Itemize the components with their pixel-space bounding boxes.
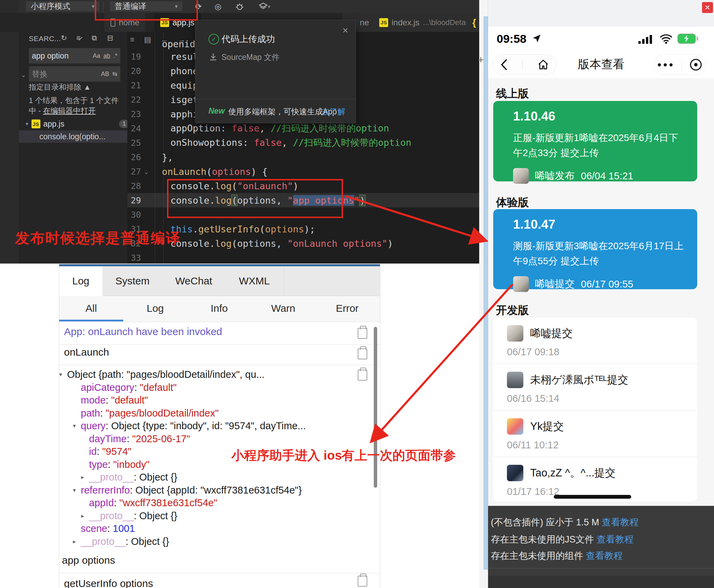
copy-icon[interactable] <box>358 348 367 359</box>
compile-config-icon[interactable]: ▾ <box>256 2 273 11</box>
code-line-33[interactable]: 33 <box>127 251 479 264</box>
annotation-compile-note: 发布时候选择是普通编译 <box>15 229 181 248</box>
learn-more-link[interactable]: 去了解 <box>322 106 345 117</box>
footer-hint-line: (不包含插件) 应小于 1.5 M 查看教程 <box>491 516 639 528</box>
code-line-25[interactable]: 25onShowoptions: false, //扫码进入时候带的option <box>127 136 479 150</box>
dev-submit-time: 06/16 15:14 <box>507 393 697 404</box>
tree-colon: : <box>127 433 132 445</box>
dev-list-item[interactable]: 唏嘘提交06/17 09:18 <box>493 318 697 363</box>
replace-input[interactable]: 替换 AB ⇆ <box>29 66 120 82</box>
plus-icon[interactable]: + <box>478 54 484 66</box>
search-panel-title: SEARC... <box>29 35 61 43</box>
sourcemap-link[interactable]: SourceMap 文件 <box>221 52 280 63</box>
object-tree-row[interactable]: ▸__proto__: Object {} <box>73 535 374 548</box>
tree-key: appId <box>89 497 114 509</box>
tree-value: "9574" <box>102 446 131 457</box>
wifi-icon <box>659 34 673 44</box>
clear-results-icon[interactable]: ≡̷ <box>76 34 80 42</box>
tree-colon: : <box>100 408 105 419</box>
object-tree-row[interactable]: dayTime: "2025-06-17" <box>81 433 374 446</box>
more-menu-icon[interactable] <box>658 63 673 66</box>
line-number: 19 <box>127 52 141 62</box>
console-filter-info[interactable]: Info <box>187 296 251 321</box>
trial-version-desc: 测服-新版更新3唏嘘在2025年6月17日上午9点55分 提交上传 <box>513 239 687 269</box>
new-feature-text: 使用多端框架，可快速生成App <box>228 106 337 117</box>
object-tree-row[interactable]: apiCategory: "default" <box>73 381 374 394</box>
online-version-card[interactable]: 1.10.46 正服-新版更新1唏嘘在2025年6月4日下午2点33分 提交上传… <box>493 101 697 181</box>
object-tree-row[interactable]: ▾referrerInfo: Object {appId: "wxcff7381… <box>73 484 374 497</box>
close-icon[interactable]: × <box>343 25 348 36</box>
footer-hint-line: 存在主包未使用的JS文件 查看教程 <box>491 533 634 546</box>
dirs-exclude-toggle[interactable]: 指定目录和排除 ▲ <box>29 82 91 92</box>
code-token: onLaunch <box>162 166 206 177</box>
toggle-replace-icon[interactable]: ⌄ <box>21 71 26 79</box>
result-summary-line2: 中 - 在编辑器中打开 <box>29 106 96 116</box>
expand-arrow-icon[interactable]: ▾ <box>73 422 81 430</box>
object-tree-row[interactable]: scene: 1001 <box>73 522 374 535</box>
expand-arrow-icon[interactable]: ▸ <box>73 538 81 545</box>
replace-all-icon[interactable]: ⇆ <box>112 70 117 78</box>
mode-dropdown[interactable]: 小程序模式 ▾ <box>26 1 99 11</box>
code-token: //扫码进入时候带的option <box>293 137 411 148</box>
tree-key: query <box>81 420 106 432</box>
expand-arrow-icon[interactable]: ▾ <box>73 487 81 494</box>
preview-eye-icon[interactable]: ◎ <box>212 2 224 11</box>
console-filter-warn[interactable]: Warn <box>251 296 315 321</box>
open-in-editor-link[interactable]: 在编辑器中打开 <box>43 106 96 115</box>
close-window-icon[interactable]: ✕ <box>702 2 713 13</box>
object-tree-row[interactable]: path: "pages/bloodDetail/index" <box>73 407 374 420</box>
copy-icon[interactable] <box>358 576 367 587</box>
console-tab-system[interactable]: System <box>102 266 163 296</box>
console-tab-wxml[interactable]: WXML <box>225 266 284 296</box>
code-line-26[interactable]: 26}, <box>127 150 479 164</box>
console-tab-log[interactable]: Log <box>59 266 103 296</box>
copy-icon[interactable] <box>358 328 367 339</box>
download-icon <box>209 53 217 61</box>
capsule-divider <box>681 60 681 70</box>
tab-indexjs[interactable]: JS index.js ...\bloodDetail <box>373 13 475 32</box>
dev-list-item[interactable]: 未栩ゲ溗風ボᵀᴱᴸ提交06/16 15:14 <box>493 364 697 410</box>
object-tree-row[interactable]: appId: "wxcff7381e631cf54e" <box>81 497 374 510</box>
console-filter-log[interactable]: Log <box>123 296 187 321</box>
open-in-editor-icon[interactable]: ⧉ <box>92 34 97 42</box>
object-tree-row[interactable]: ▾query: Object {type: "inbody", id: "957… <box>73 420 374 433</box>
code-token: " <box>354 195 360 206</box>
regex-icon[interactable]: .* <box>113 52 117 60</box>
preserve-case-icon[interactable]: AB <box>101 71 109 78</box>
record-close-icon[interactable] <box>690 59 702 71</box>
tree-key: __proto__ <box>89 510 134 522</box>
collapse-all-icon[interactable]: ⊟ <box>107 34 113 42</box>
bookmark-icon[interactable]: ▤ <box>144 35 151 44</box>
search-result-file[interactable]: ▾ JS app.js 1 <box>19 118 134 130</box>
log-entry-onlaunch: onLaunch <box>64 346 109 358</box>
expand-arrow-icon[interactable]: ▸ <box>81 512 89 520</box>
code-line-27[interactable]: 27⌄onLaunch(options) { <box>127 164 479 179</box>
dev-list-item[interactable]: Yk提交06/11 10:12 <box>493 411 697 457</box>
expand-arrow-icon[interactable]: ▸ <box>81 474 89 481</box>
trial-version-card[interactable]: 1.10.47 测服-新版更新3唏嘘在2025年6月17日上午9点55分 提交上… <box>493 209 697 289</box>
match-case-icon[interactable]: Aa <box>93 52 100 60</box>
refresh-search-icon[interactable]: ↻ <box>61 34 67 42</box>
tree-key: id <box>89 446 97 457</box>
object-tree-row[interactable]: ▸__proto__: Object {} <box>81 510 374 523</box>
dev-submitter-name: Tao,zZ ^。^...提交 <box>530 466 616 480</box>
console-tab-wechat[interactable]: WeChat <box>163 266 225 296</box>
whole-word-icon[interactable]: ab <box>103 52 110 60</box>
line-number: 33 <box>127 253 141 263</box>
clock-text: 09:58 <box>497 32 526 46</box>
object-tree-row[interactable]: mode: "default" <box>73 394 374 407</box>
search-input[interactable]: app option Aa ab .* <box>29 48 120 64</box>
object-preview-row[interactable]: ▾Object {path: "pages/bloodDetail/index"… <box>59 368 374 381</box>
expand-arrow-icon[interactable]: ▾ <box>59 371 67 378</box>
footer-tutorial-link[interactable]: 查看教程 <box>602 517 639 527</box>
console-filter-error[interactable]: Error <box>315 296 379 321</box>
list-icon[interactable]: ≡ <box>130 35 135 44</box>
footer-tutorial-link[interactable]: 查看教程 <box>586 551 623 561</box>
fold-chevron-icon[interactable]: ⌄ <box>141 168 151 175</box>
code-line-24[interactable]: 24appOption: false, //扫码进入时候带的option <box>127 121 479 136</box>
footer-tutorial-link[interactable]: 查看教程 <box>597 534 634 545</box>
console-filter-all[interactable]: All <box>59 296 123 321</box>
debug-icon[interactable] <box>234 2 245 11</box>
object-tree-row[interactable]: ▸__proto__: Object {} <box>81 471 374 484</box>
package-hints-footer: (不包含插件) 应小于 1.5 M 查看教程存在主包未使用的JS文件 查看教程存… <box>488 506 714 588</box>
